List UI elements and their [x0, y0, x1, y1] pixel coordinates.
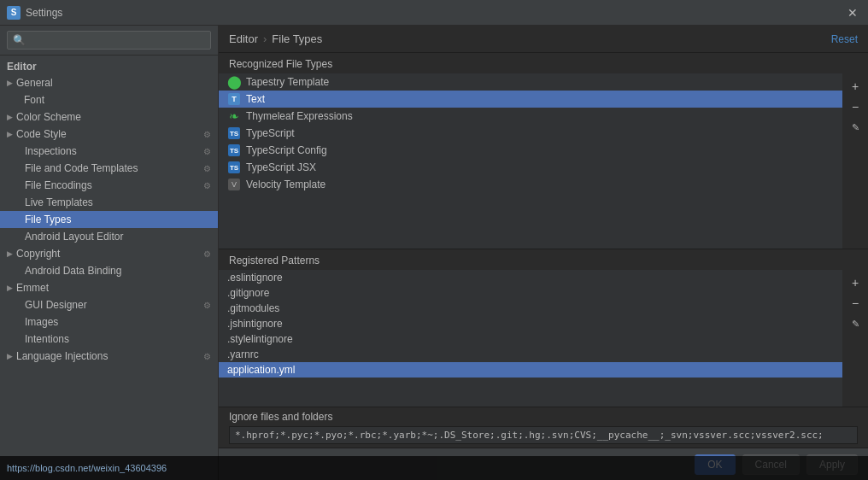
arrow-icon: ▶	[7, 79, 13, 87]
recognized-section-label: Recognized File Types	[219, 53, 868, 73]
sidebar-item-android-data-binding-label: Android Data Binding	[25, 265, 121, 277]
sidebar: Editor ▶ General Font ▶ Color Scheme ▶ C…	[0, 26, 219, 480]
file-encodings-badge: ⚙	[203, 181, 211, 190]
patterns-section-label: Registered Patterns	[219, 249, 868, 270]
sidebar-item-live-templates[interactable]: Live Templates	[0, 194, 218, 211]
sidebar-item-file-and-code-templates[interactable]: File and Code Templates ⚙	[0, 160, 218, 177]
list-item[interactable]: .yarnrc	[219, 347, 842, 362]
file-type-typescript-jsx-label: TypeScript JSX	[246, 161, 316, 173]
gui-designer-badge: ⚙	[203, 301, 211, 310]
velocity-file-icon: V	[228, 179, 240, 190]
velocity-icon: V	[227, 178, 241, 191]
sidebar-item-file-and-code-templates-label: File and Code Templates	[25, 162, 138, 174]
ts-jsx-icon: TS	[228, 161, 240, 173]
inspections-badge: ⚙	[203, 147, 211, 156]
pattern-jshintignore: .jshintignore	[227, 318, 283, 330]
reset-button[interactable]: Reset	[831, 33, 858, 45]
remove-file-type-button[interactable]: −	[846, 97, 865, 116]
file-type-typescript-config-label: TypeScript Config	[246, 144, 327, 156]
sidebar-item-general[interactable]: ▶ General	[0, 74, 218, 91]
text-icon: T	[227, 92, 241, 106]
list-item[interactable]: .jshintignore	[219, 316, 842, 331]
sidebar-item-android-data-binding[interactable]: Android Data Binding	[0, 262, 218, 279]
code-style-badge: ⚙	[203, 130, 211, 139]
list-item[interactable]: TS TypeScript	[219, 125, 842, 142]
arrow-icon: ▶	[7, 284, 13, 292]
tapestry-icon: ⬤	[227, 75, 241, 89]
list-item[interactable]: T Text	[219, 91, 842, 108]
sidebar-item-file-types[interactable]: File Types	[0, 211, 218, 228]
arrow-icon: ▶	[7, 130, 13, 138]
panels: Recognized File Types ⬤ Tapestry Templat…	[219, 53, 868, 448]
pattern-side-buttons: + − ✎	[842, 270, 868, 407]
sidebar-item-emmet[interactable]: ▶ Emmet	[0, 279, 218, 296]
text-file-icon: T	[228, 93, 240, 105]
breadcrumb-separator: ›	[263, 32, 267, 45]
breadcrumb: Editor › File Types	[229, 32, 322, 45]
sidebar-item-file-encodings-label: File Encodings	[25, 179, 92, 191]
search-box	[0, 26, 218, 56]
list-item[interactable]: V Velocity Template	[219, 176, 842, 193]
sidebar-content: Editor ▶ General Font ▶ Color Scheme ▶ C…	[0, 56, 218, 480]
pattern-list: .eslintignore .gitignore .gitmodules .js…	[219, 270, 842, 407]
sidebar-item-color-scheme[interactable]: ▶ Color Scheme	[0, 108, 218, 126]
edit-pattern-button[interactable]: ✎	[846, 314, 865, 333]
content-header: Editor › File Types Reset	[219, 26, 868, 53]
sidebar-item-copyright[interactable]: ▶ Copyright ⚙	[0, 245, 218, 262]
edit-file-type-button[interactable]: ✎	[846, 118, 865, 137]
file-type-typescript-label: TypeScript	[246, 127, 295, 139]
breadcrumb-current: File Types	[272, 32, 322, 45]
sidebar-item-font[interactable]: Font	[0, 91, 218, 108]
sidebar-item-inspections[interactable]: Inspections ⚙	[0, 143, 218, 160]
ignore-input[interactable]	[229, 426, 858, 444]
file-type-velocity-label: Velocity Template	[246, 179, 326, 190]
list-item[interactable]: .gitignore	[219, 285, 842, 301]
sidebar-item-font-label: Font	[24, 94, 44, 106]
sidebar-item-general-label: General	[16, 77, 53, 89]
list-item[interactable]: .stylelintignore	[219, 331, 842, 347]
sidebar-item-code-style-label: Code Style	[16, 128, 67, 140]
remove-pattern-button[interactable]: −	[846, 294, 865, 313]
sidebar-item-android-layout-editor-label: Android Layout Editor	[25, 231, 123, 243]
file-type-side-buttons: + − ✎	[842, 73, 868, 249]
sidebar-item-inspections-label: Inspections	[25, 145, 77, 157]
typescript-jsx-icon: TS	[227, 161, 241, 174]
sidebar-item-copyright-label: Copyright	[16, 248, 60, 260]
breadcrumb-parent: Editor	[229, 32, 258, 45]
sidebar-item-gui-designer-label: GUI Designer	[25, 299, 87, 311]
sidebar-item-file-types-label: File Types	[25, 214, 71, 225]
app-icon: S	[7, 6, 21, 20]
list-item[interactable]: ⬤ Tapestry Template	[219, 73, 842, 91]
pattern-gitmodules: .gitmodules	[227, 302, 279, 314]
sidebar-section-editor: Editor	[0, 56, 218, 74]
sidebar-item-code-style[interactable]: ▶ Code Style ⚙	[0, 126, 218, 143]
sidebar-item-intentions[interactable]: Intentions	[0, 331, 218, 348]
arrow-icon: ▶	[7, 249, 13, 258]
list-item[interactable]: TS TypeScript JSX	[219, 159, 842, 176]
patterns-panel: .eslintignore .gitignore .gitmodules .js…	[219, 270, 868, 407]
sidebar-item-gui-designer[interactable]: GUI Designer ⚙	[0, 296, 218, 313]
sidebar-item-android-layout-editor[interactable]: Android Layout Editor	[0, 228, 218, 245]
sidebar-item-emmet-label: Emmet	[16, 282, 49, 294]
add-pattern-button[interactable]: +	[846, 273, 865, 292]
sidebar-item-file-encodings[interactable]: File Encodings ⚙	[0, 177, 218, 194]
close-button[interactable]: ✕	[844, 4, 861, 21]
list-item[interactable]: .gitmodules	[219, 301, 842, 316]
file-type-text-label: Text	[246, 93, 265, 105]
search-input[interactable]	[7, 31, 211, 50]
list-item[interactable]: ❧ Thymeleaf Expressions	[219, 108, 842, 125]
file-code-templates-badge: ⚙	[203, 164, 211, 173]
list-item[interactable]: TS TypeScript Config	[219, 142, 842, 159]
copyright-badge: ⚙	[203, 249, 211, 259]
pattern-gitignore: .gitignore	[227, 287, 269, 299]
ts-config-icon: TS	[228, 144, 240, 156]
pattern-eslintignore: .eslintignore	[227, 272, 283, 284]
list-item[interactable]: application.yml	[219, 362, 842, 378]
pattern-yarnrc: .yarnrc	[227, 348, 259, 360]
sidebar-item-language-injections[interactable]: ▶ Language Injections ⚙	[0, 348, 218, 365]
arrow-icon: ▶	[7, 352, 13, 360]
sidebar-item-images[interactable]: Images	[0, 313, 218, 331]
file-type-list: ⬤ Tapestry Template T Text ❧	[219, 73, 842, 249]
add-file-type-button[interactable]: +	[846, 77, 865, 96]
list-item[interactable]: .eslintignore	[219, 270, 842, 285]
